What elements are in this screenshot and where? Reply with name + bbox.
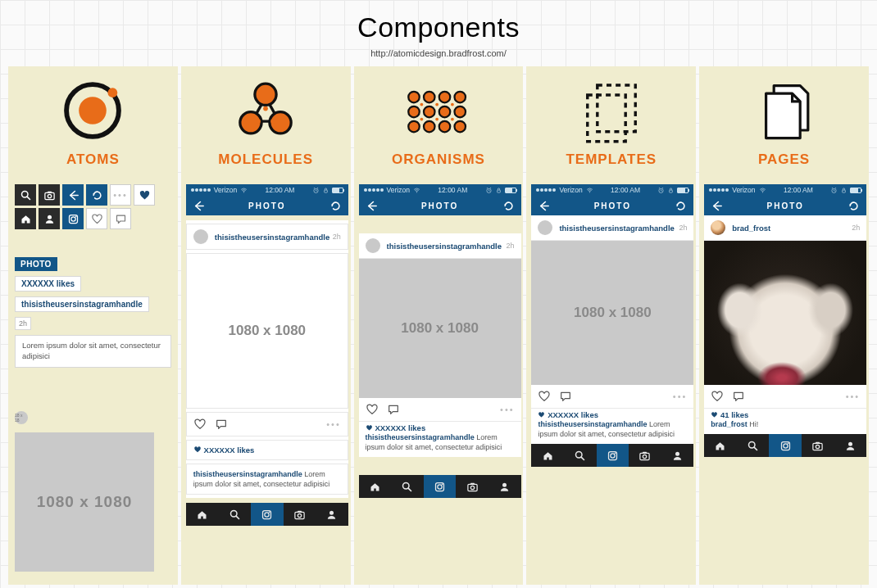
more-icon[interactable]: •••: [500, 405, 515, 414]
tab-activity[interactable]: [284, 503, 316, 526]
wifi-icon: [240, 187, 248, 194]
comment-icon[interactable]: [215, 418, 228, 431]
tab-camera[interactable]: [597, 444, 629, 467]
back-icon[interactable]: [366, 200, 378, 212]
user-avatar[interactable]: [711, 220, 725, 235]
comment-icon[interactable]: [732, 390, 745, 403]
post-image[interactable]: [704, 241, 866, 385]
tab-search[interactable]: [218, 503, 251, 526]
tab-camera[interactable]: [769, 434, 802, 457]
molecules-icon: [232, 78, 299, 143]
alarm-icon: [485, 187, 493, 194]
camera-icon[interactable]: [39, 184, 60, 206]
svg-point-37: [408, 121, 420, 133]
more-icon[interactable]: •••: [846, 391, 861, 401]
post-username[interactable]: thisistheusersinstagramhandle: [387, 242, 507, 251]
tab-activity[interactable]: [456, 475, 488, 498]
svg-point-40: [454, 121, 466, 133]
tab-activity[interactable]: [629, 444, 661, 467]
caption-user[interactable]: thisistheusersinstagramhandle: [538, 420, 647, 428]
like-icon[interactable]: [366, 403, 379, 416]
tab-activity[interactable]: [802, 434, 834, 457]
caption-user[interactable]: thisistheusersinstagramhandle: [193, 470, 302, 478]
post-likes[interactable]: XXXXXX likes: [548, 410, 598, 419]
post-header: thisistheusersinstagramhandle 2h: [186, 224, 348, 250]
tab-search[interactable]: [737, 434, 770, 457]
tab-home[interactable]: [704, 434, 737, 457]
post-likes[interactable]: XXXXXX likes: [375, 423, 425, 432]
more-icon[interactable]: •••: [326, 419, 341, 429]
phone-mock-pages: Verizon 12:00 AM PHOTO brad_frost 2h: [704, 184, 866, 457]
nav-bar: PHOTO: [359, 196, 521, 215]
more-icon[interactable]: •••: [110, 184, 131, 206]
back-icon[interactable]: [711, 200, 723, 212]
refresh-icon[interactable]: [675, 200, 687, 212]
carrier-label: Verizon: [387, 186, 410, 194]
more-icon[interactable]: •••: [673, 391, 688, 401]
page-reference-url: http://atomicdesign.bradfrost.com/: [0, 48, 877, 58]
comment-icon[interactable]: [110, 208, 131, 229]
svg-point-46: [451, 118, 454, 121]
post-username[interactable]: thisistheusersinstagramhandle: [559, 224, 679, 233]
carrier-label: Verizon: [559, 186, 582, 194]
svg-point-35: [439, 106, 451, 118]
post-image-placeholder: 1080 x 1080: [186, 253, 348, 409]
post-header: thisistheusersinstagramhandle 2h: [359, 233, 521, 259]
search-icon[interactable]: [15, 184, 36, 206]
like-icon[interactable]: [538, 390, 551, 403]
svg-point-45: [435, 118, 438, 121]
post-likes[interactable]: XXXXXX likes: [204, 446, 255, 455]
alarm-icon: [657, 187, 665, 194]
home-icon[interactable]: [15, 208, 36, 229]
nav-bar: PHOTO: [186, 196, 348, 215]
comment-icon[interactable]: [559, 390, 572, 403]
comment-icon[interactable]: [387, 403, 400, 416]
tab-camera[interactable]: [251, 503, 284, 526]
tab-home[interactable]: [359, 475, 392, 498]
instagram-icon[interactable]: [62, 208, 84, 229]
tab-home[interactable]: [531, 444, 564, 467]
heart-fill-icon: [711, 411, 718, 418]
lorem-text: Lorem ipsum dolor sit amet, consectetur …: [15, 335, 171, 368]
refresh-icon[interactable]: [847, 200, 860, 212]
post-username[interactable]: brad_frost: [732, 224, 852, 233]
refresh-icon[interactable]: [86, 184, 107, 206]
tab-profile[interactable]: [834, 434, 867, 457]
post-time: 2h: [333, 233, 341, 241]
tab-profile[interactable]: [316, 503, 348, 526]
post-likes[interactable]: 41 likes: [720, 410, 748, 419]
handle-chip: thisistheusersinstagramhandle: [15, 296, 149, 312]
post-actions: •••: [704, 385, 866, 408]
post-header: thisistheusersinstagramhandle 2h: [531, 215, 693, 241]
like-icon[interactable]: [711, 390, 724, 403]
image-placeholder: 1080 x 1080: [15, 432, 154, 572]
templates-icon: [576, 78, 647, 143]
like-icon[interactable]: [193, 418, 207, 431]
comment-user[interactable]: brad_frost: [711, 420, 747, 428]
battery-icon: [850, 188, 861, 193]
user-icon[interactable]: [39, 208, 60, 229]
tab-profile[interactable]: [488, 475, 521, 498]
back-icon[interactable]: [62, 184, 84, 206]
nav-title: PHOTO: [594, 201, 631, 210]
post-username[interactable]: thisistheusersinstagramhandle: [215, 233, 333, 242]
wifi-icon: [586, 187, 593, 194]
back-icon[interactable]: [193, 200, 205, 212]
svg-point-43: [451, 103, 454, 106]
svg-point-29: [408, 92, 420, 103]
refresh-icon[interactable]: [502, 200, 515, 212]
caption-user[interactable]: thisistheusersinstagramhandle: [366, 433, 475, 441]
tab-home[interactable]: [186, 503, 219, 526]
refresh-icon[interactable]: [329, 200, 342, 212]
post-actions: •••: [359, 398, 521, 421]
tab-search[interactable]: [391, 475, 424, 498]
column-molecules: MOLECULES Verizon 12:00 AM PHOTO thisist…: [181, 66, 351, 585]
page-title: Components: [0, 11, 877, 43]
like-filled-icon[interactable]: [134, 184, 155, 206]
tab-search[interactable]: [564, 444, 597, 467]
tab-profile[interactable]: [661, 444, 694, 467]
tab-camera[interactable]: [424, 475, 457, 498]
back-icon[interactable]: [538, 200, 550, 212]
heart-outline-icon[interactable]: [86, 208, 107, 229]
post-actions: •••: [531, 385, 693, 408]
